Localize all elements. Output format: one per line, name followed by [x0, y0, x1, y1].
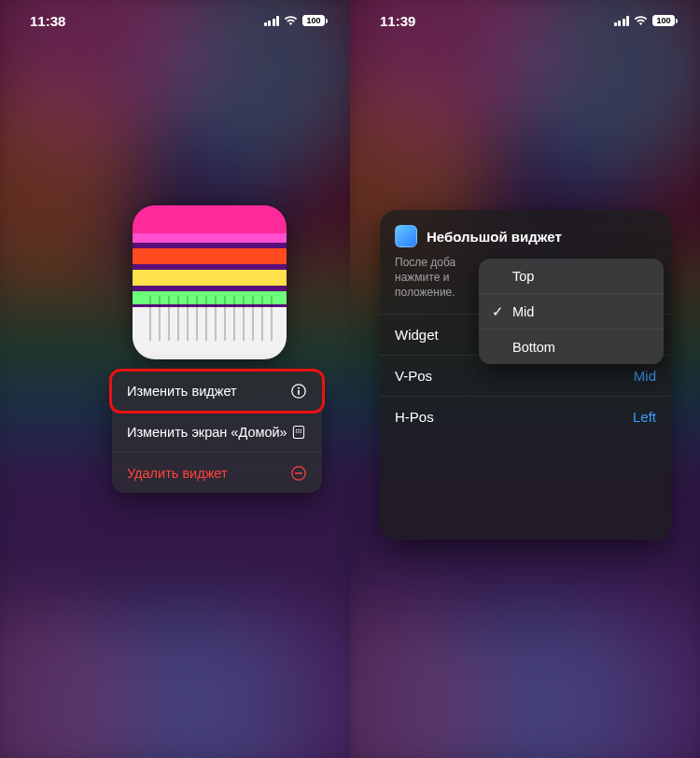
wifi-icon — [284, 16, 298, 26]
widget-context-group: Изменить виджет Изменить экран «Домой» У… — [112, 205, 322, 493]
cellular-icon — [614, 16, 630, 26]
context-menu: Изменить виджет Изменить экран «Домой» У… — [112, 371, 322, 493]
popover-option-top[interactable]: Top — [479, 259, 664, 294]
widget-preview[interactable] — [133, 205, 287, 359]
sheet-header: Небольшой виджет — [380, 210, 671, 253]
svg-point-9 — [301, 431, 302, 433]
wifi-icon — [634, 16, 648, 26]
status-time: 11:39 — [380, 13, 415, 29]
row-value: Mid — [634, 368, 656, 384]
battery-level: 100 — [652, 15, 675, 26]
menu-label: Изменить виджет — [127, 384, 237, 399]
screenshot-left: 11:38 100 Изменить виджет Изм — [0, 0, 350, 758]
menu-label: Изменить экран «Домой» — [127, 425, 287, 440]
option-label: Mid — [512, 304, 534, 319]
svg-point-5 — [298, 429, 300, 431]
status-right: 100 — [614, 15, 679, 26]
status-bar: 11:39 100 — [350, 0, 700, 41]
menu-label: Удалить виджет — [127, 466, 228, 481]
svg-point-4 — [296, 429, 298, 431]
svg-rect-11 — [295, 472, 302, 474]
checkmark-icon: ✓ — [492, 304, 505, 319]
option-label: Top — [512, 269, 534, 284]
row-label: H-Pos — [395, 409, 434, 425]
svg-point-8 — [298, 431, 300, 433]
row-label: V-Pos — [395, 368, 432, 384]
status-time: 11:38 — [30, 13, 65, 29]
cellular-icon — [264, 16, 280, 26]
battery-icon: 100 — [302, 15, 328, 26]
vpos-popover: Top ✓ Mid Bottom — [479, 259, 664, 364]
sheet-title: Небольшой виджет — [427, 229, 562, 245]
info-icon — [290, 383, 307, 400]
row-hpos[interactable]: H-Pos Left — [380, 396, 671, 437]
widget-settings-sheet: Небольшой виджет После доба нажмите и по… — [380, 210, 671, 540]
popover-option-mid[interactable]: ✓ Mid — [479, 294, 664, 330]
screenshot-right: 11:39 100 Небольшой виджет После доба на… — [350, 0, 700, 758]
popover-option-bottom[interactable]: Bottom — [479, 330, 664, 364]
svg-point-1 — [298, 387, 300, 389]
row-label: Widget — [395, 327, 439, 343]
status-right: 100 — [264, 15, 329, 26]
status-bar: 11:38 100 — [0, 0, 350, 41]
apps-grid-icon — [290, 424, 307, 441]
option-label: Bottom — [512, 340, 555, 355]
widget-thumb-icon — [395, 225, 417, 247]
menu-edit-widget[interactable]: Изменить виджет — [112, 371, 322, 412]
battery-icon: 100 — [652, 15, 678, 26]
menu-edit-home[interactable]: Изменить экран «Домой» — [112, 412, 322, 453]
menu-delete-widget[interactable]: Удалить виджет — [112, 453, 322, 493]
minus-circle-icon — [290, 465, 307, 482]
svg-point-6 — [301, 429, 302, 431]
svg-point-7 — [296, 431, 298, 433]
row-value: Left — [633, 409, 656, 425]
svg-rect-2 — [298, 390, 300, 395]
battery-level: 100 — [302, 15, 325, 26]
